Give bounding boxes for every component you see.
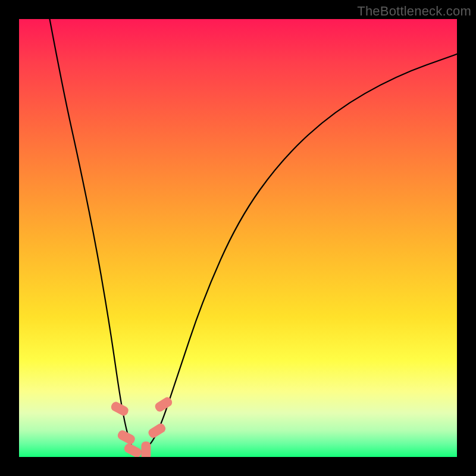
marker-group [109,396,174,457]
curve-marker [141,441,151,457]
plot-area [19,19,457,457]
curve-marker [123,442,143,457]
chart-svg-layer [19,19,457,457]
chart-frame: TheBottleneck.com [0,0,476,476]
curve-marker [109,400,130,417]
bottleneck-curve [50,19,458,452]
watermark-text: TheBottleneck.com [357,4,471,19]
curve-marker [147,422,167,439]
